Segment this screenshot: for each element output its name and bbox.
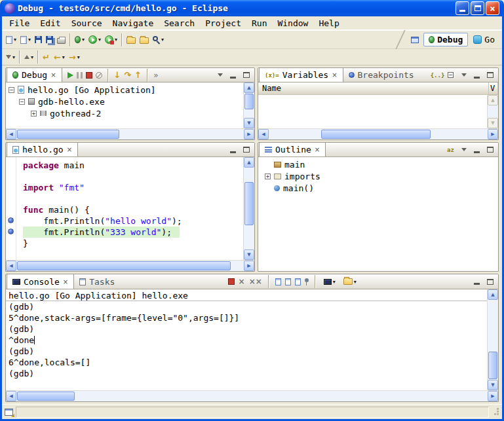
menu-project[interactable]: Project [200, 17, 246, 29]
outline-tree[interactable]: main + imports main() [258, 157, 498, 271]
previous-annotation-button[interactable]: ▾ [22, 50, 35, 64]
maximize-view-button[interactable] [485, 145, 495, 155]
next-annotation-button[interactable]: ▾ [4, 50, 17, 64]
tab-debug[interactable]: Debug × [7, 68, 62, 82]
run-button[interactable]: ▾ [87, 33, 103, 47]
save-all-button[interactable] [44, 33, 55, 47]
tree-row[interactable]: + gothread-2 [6, 107, 243, 119]
menu-window[interactable]: Window [272, 17, 313, 29]
minimize-view-button[interactable] [228, 70, 238, 80]
view-menu-button[interactable] [459, 145, 469, 155]
maximize-view-button[interactable] [241, 70, 251, 80]
show-logical-structure-button[interactable]: {..} [433, 70, 442, 80]
editor-vertical-scrollbar[interactable]: ▲ ▼ [243, 157, 254, 260]
editor-gutter[interactable] [6, 157, 16, 260]
scrollbar-thumb[interactable] [17, 261, 231, 270]
menu-search[interactable]: Search [159, 17, 200, 29]
open-perspective-button[interactable] [409, 33, 421, 47]
go-perspective-button[interactable]: Go [471, 33, 497, 46]
close-tab-icon[interactable]: × [50, 71, 56, 79]
display-console-button[interactable]: ▾ [322, 274, 338, 289]
tab-outline[interactable]: Outline × [259, 143, 326, 156]
resize-grip[interactable] [492, 408, 499, 416]
menu-help[interactable]: Help [313, 17, 344, 29]
close-tab-icon[interactable]: × [63, 278, 68, 285]
minimize-view-button[interactable] [228, 145, 238, 155]
collapse-expander-icon[interactable]: + [31, 111, 37, 117]
scroll-track[interactable] [244, 93, 254, 118]
tree-row[interactable]: − gdb-hello.exe [6, 96, 243, 107]
close-tab-icon[interactable]: × [67, 146, 72, 153]
menu-edit[interactable]: Edit [35, 17, 66, 29]
print-button[interactable] [55, 33, 68, 47]
terminate-button[interactable] [86, 72, 92, 79]
scroll-track[interactable] [488, 300, 498, 380]
scroll-track[interactable] [244, 168, 254, 249]
suspend-button[interactable] [77, 72, 83, 79]
minimize-view-button[interactable] [472, 145, 482, 155]
view-menu-button[interactable] [459, 70, 469, 80]
disconnect-button[interactable] [96, 72, 102, 79]
collapse-all-button[interactable]: − [446, 70, 456, 80]
scroll-up-icon[interactable]: ▲ [488, 289, 498, 300]
tab-breakpoints[interactable]: Breakpoints [343, 68, 419, 82]
show-stderr-button[interactable] [295, 278, 301, 285]
outline-item-main-func[interactable]: main() [258, 182, 498, 194]
search-button[interactable]: ▾ [151, 33, 166, 47]
save-button[interactable] [33, 33, 44, 47]
remove-all-launches-button[interactable]: ×× [249, 278, 262, 285]
scroll-right-icon[interactable]: ▶ [244, 129, 254, 139]
column-value[interactable]: V [489, 82, 498, 94]
menu-file[interactable]: File [4, 17, 35, 29]
scroll-lock-button[interactable] [275, 278, 281, 285]
scroll-track[interactable] [16, 391, 488, 401]
maximize-view-button[interactable] [485, 70, 495, 80]
scroll-down-icon[interactable]: ▼ [244, 118, 254, 128]
scroll-left-icon[interactable]: ◀ [6, 391, 16, 401]
scrollbar-thumb[interactable] [244, 182, 254, 225]
console-vertical-scrollbar[interactable]: ▲ ▼ [487, 289, 498, 390]
debug-launch-tree[interactable]: − hello.go [Go Application] − gdb-hello.… [6, 82, 243, 128]
scrollbar-thumb[interactable] [17, 130, 119, 139]
step-return-button[interactable]: ↑ [134, 70, 142, 80]
console-output[interactable]: hello.go [Go Application] hello.exe (gdb… [6, 289, 487, 390]
scrollbar-thumb[interactable] [17, 392, 75, 401]
last-edit-location-button[interactable]: ↵ [41, 50, 52, 64]
debug-button[interactable]: ▾ [73, 33, 87, 47]
scroll-down-icon[interactable]: ▼ [488, 380, 498, 390]
maximize-view-button[interactable] [241, 145, 251, 155]
maximize-button[interactable] [471, 1, 484, 15]
tab-variables[interactable]: (x)= Variables × [259, 68, 343, 82]
open-folder-button[interactable] [125, 33, 138, 47]
debug-horizontal-scrollbar[interactable]: ◀ ▶ [6, 128, 254, 139]
fast-view-icon[interactable] [5, 409, 13, 416]
menu-source[interactable]: Source [66, 17, 107, 29]
tree-row[interactable]: − hello.go [Go Application] [6, 84, 243, 96]
minimize-view-button[interactable] [472, 70, 482, 80]
menu-run[interactable]: Run [246, 17, 272, 29]
debug-vertical-scrollbar[interactable]: ▲ ▼ [243, 82, 254, 128]
resume-button[interactable] [68, 72, 73, 79]
breakpoint-icon[interactable] [8, 217, 14, 223]
scroll-track[interactable] [16, 261, 244, 271]
variables-vertical-scrollbar[interactable]: ▲ ▼ [487, 95, 498, 128]
editor-horizontal-scrollbar[interactable]: ◀ ▶ [6, 260, 254, 271]
scroll-left-icon[interactable]: ◀ [6, 129, 16, 139]
column-name[interactable]: Name [258, 82, 489, 94]
open-console-button[interactable]: ▾ [341, 274, 359, 289]
console-horizontal-scrollbar[interactable]: ◀ ▶ [6, 390, 498, 401]
scroll-left-icon[interactable]: ◀ [6, 261, 16, 271]
close-button[interactable]: × [486, 1, 499, 15]
variables-table-empty[interactable] [258, 95, 487, 128]
collapse-expander-icon[interactable]: + [265, 174, 271, 179]
scroll-right-icon[interactable]: ▶ [488, 391, 498, 401]
scroll-track[interactable] [16, 129, 244, 139]
close-tab-icon[interactable]: × [315, 146, 320, 153]
scrollbar-thumb[interactable] [321, 130, 431, 139]
forward-button[interactable]: →▾ [67, 50, 82, 64]
open-resource-button[interactable] [138, 33, 151, 47]
step-into-button[interactable]: ↓ [114, 70, 121, 80]
minimize-view-button[interactable] [472, 277, 482, 287]
outline-item-imports[interactable]: + imports [258, 170, 498, 182]
scroll-track[interactable] [269, 129, 488, 139]
